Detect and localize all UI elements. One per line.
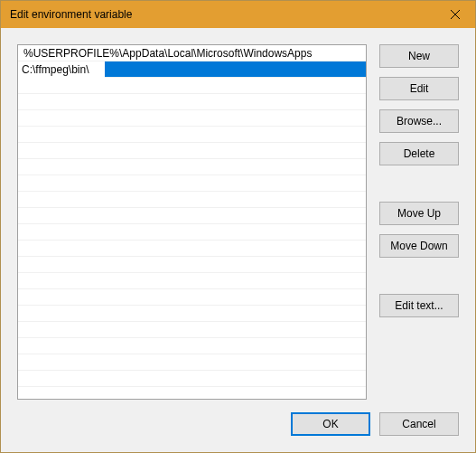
listbox-empty-area[interactable]: [18, 78, 366, 399]
delete-button[interactable]: Delete: [379, 142, 459, 165]
new-button[interactable]: New: [379, 44, 459, 68]
titlebar: Edit environment variable: [1, 1, 475, 28]
dialog-window: Edit environment variable %USERPROFILE%\…: [0, 0, 476, 453]
window-title: Edit environment variable: [10, 8, 132, 21]
cancel-button[interactable]: Cancel: [379, 412, 459, 436]
ok-button[interactable]: OK: [291, 412, 370, 436]
button-column: New Edit Browse... Delete Move Up Move D…: [379, 44, 459, 400]
main-area: %USERPROFILE%\AppData\Local\Microsoft\Wi…: [17, 44, 459, 400]
edit-text-button[interactable]: Edit text...: [379, 294, 459, 317]
dialog-content: %USERPROFILE%\AppData\Local\Microsoft\Wi…: [1, 28, 475, 452]
path-listbox[interactable]: %USERPROFILE%\AppData\Local\Microsoft\Wi…: [17, 44, 367, 400]
list-item[interactable]: %USERPROFILE%\AppData\Local\Microsoft\Wi…: [18, 45, 366, 61]
close-button[interactable]: [434, 1, 475, 28]
move-down-button[interactable]: Move Down: [379, 234, 459, 258]
dialog-footer: OK Cancel: [17, 400, 459, 436]
edit-button[interactable]: Edit: [379, 77, 459, 100]
close-icon: [451, 10, 460, 19]
browse-button[interactable]: Browse...: [379, 109, 459, 133]
list-item-editing[interactable]: [18, 61, 366, 78]
move-up-button[interactable]: Move Up: [379, 202, 459, 225]
path-edit-input[interactable]: [18, 61, 105, 78]
